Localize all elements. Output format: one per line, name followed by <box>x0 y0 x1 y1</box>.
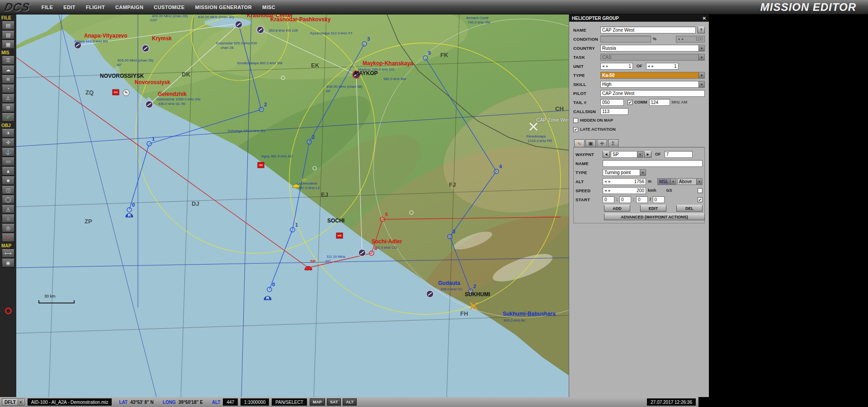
spinner-arrows-icon[interactable] <box>604 179 611 184</box>
sam-site-marker[interactable]: R <box>126 213 133 218</box>
tab-summary[interactable]: Σ <box>608 139 618 147</box>
add-waypoint-button[interactable]: ADD <box>604 205 630 212</box>
chevron-down-icon[interactable] <box>698 45 704 51</box>
speed-lock-checkbox[interactable] <box>698 188 703 193</box>
chevron-down-icon[interactable] <box>18 399 24 405</box>
static-object-icon[interactable]: ■ <box>2 176 14 185</box>
map-viewport[interactable]: RR✎ 30 km ZQDKEKFKDJZPEJFJFHCHNOVOROSSIY… <box>16 14 569 397</box>
speed-spinner[interactable]: 200 <box>603 187 646 194</box>
time-icon[interactable]: ◔ <box>2 85 14 93</box>
start-hours-input[interactable]: 0 <box>603 196 614 203</box>
airport-marker[interactable] <box>142 45 149 52</box>
ship-icon[interactable]: ⚓ <box>2 148 14 156</box>
start-time-checkbox[interactable] <box>698 197 703 202</box>
waypoint-marker[interactable] <box>259 107 264 112</box>
template-icon[interactable]: ◬ <box>2 205 14 213</box>
next-waypoint-button[interactable] <box>644 151 651 158</box>
summary-icon[interactable]: ⊞ <box>2 104 14 112</box>
start-seconds-input[interactable]: 0 <box>636 196 648 203</box>
unit-count-spinner[interactable]: 1 <box>600 63 633 70</box>
waypoint-marker[interactable] <box>380 217 385 222</box>
waypoint-marker[interactable] <box>468 289 473 293</box>
airport-marker[interactable] <box>146 101 153 108</box>
waypoint-type-select[interactable]: Turning point <box>603 169 646 176</box>
helicopter-icon[interactable]: ✣ <box>2 138 14 147</box>
group-name-input[interactable]: CAP Zone West <box>600 27 696 33</box>
map-center-icon[interactable]: ◉ <box>2 259 14 267</box>
spinner-arrows-icon[interactable] <box>604 188 611 193</box>
ground-unit-marker[interactable] <box>336 233 343 238</box>
advanced-waypoint-actions-button[interactable]: ADVANCED (WAYPOINT ACTIONS) <box>604 213 705 220</box>
panel-titlebar[interactable]: HELICOPTER GROUP ✕ <box>569 14 709 22</box>
chevron-down-icon[interactable] <box>698 81 704 87</box>
fog-icon[interactable]: ≋ <box>2 75 14 84</box>
erase-icon[interactable]: ✕ <box>2 233 14 242</box>
menu-campaign[interactable]: CAMPAIGN <box>115 5 143 10</box>
farp-icon[interactable]: ⌂ <box>2 214 14 223</box>
bullseye-icon[interactable]: ◎ <box>2 224 14 232</box>
tab-route[interactable]: ∿ <box>574 139 585 147</box>
zone-icon[interactable]: ◯ <box>2 195 14 204</box>
waypoint-marker[interactable] <box>362 42 367 46</box>
chevron-down-icon[interactable] <box>698 72 704 78</box>
open-mission-icon[interactable]: ▨ <box>2 31 14 39</box>
airport-marker[interactable] <box>426 290 434 298</box>
theme-select[interactable]: DFLT <box>2 398 25 406</box>
waypoint-marker[interactable] <box>267 287 272 292</box>
airport-marker[interactable] <box>74 42 81 49</box>
group-icon[interactable]: ◫ <box>2 186 14 194</box>
vehicle-icon[interactable]: ▭ <box>2 157 14 166</box>
airport-marker[interactable] <box>257 26 264 33</box>
chevron-down-icon[interactable] <box>696 179 702 185</box>
weather-icon[interactable]: ☁ <box>2 66 14 74</box>
save-mission-icon[interactable]: ▦ <box>2 40 14 49</box>
waypoint-marker[interactable] <box>494 169 499 174</box>
chevron-down-icon[interactable] <box>640 170 646 175</box>
edit-marker[interactable]: ✎ <box>123 90 129 96</box>
close-icon[interactable]: ✕ <box>703 16 706 21</box>
mission-options-icon[interactable]: ☰ <box>2 56 14 65</box>
help-button[interactable]: ? <box>698 27 705 33</box>
airplane-icon[interactable]: ✈ <box>2 129 14 137</box>
map-canvas[interactable]: RR✎ <box>16 14 569 397</box>
menu-flight[interactable]: FLIGHT <box>86 5 105 10</box>
map-layer-button[interactable]: MAP <box>310 398 325 406</box>
sat-layer-button[interactable]: SAT <box>327 398 341 406</box>
comm-checkbox[interactable] <box>627 100 632 105</box>
waypoint-select[interactable]: SP <box>611 151 643 158</box>
altitude-spinner[interactable]: 1756 <box>603 178 646 185</box>
menu-customize[interactable]: CUSTOMIZE <box>154 5 184 10</box>
waypoint-marker[interactable] <box>448 234 452 239</box>
start-minutes-input[interactable]: 0 <box>619 196 631 203</box>
chevron-down-icon[interactable] <box>670 179 676 185</box>
pilot-input[interactable]: CAP Zone West <box>600 90 705 97</box>
new-mission-icon[interactable]: ▤ <box>2 21 14 30</box>
start-day-input[interactable]: 0 <box>653 196 665 203</box>
waypoint-name-input[interactable] <box>603 160 703 167</box>
waypoint-marker[interactable] <box>147 142 151 146</box>
measure-icon[interactable]: ⟷ <box>2 249 14 258</box>
prev-waypoint-button[interactable] <box>603 151 610 158</box>
record-icon[interactable] <box>5 308 12 314</box>
unit-total-spinner[interactable]: 1 <box>646 63 679 70</box>
ground-unit-marker[interactable] <box>113 90 119 95</box>
alt-reference-select[interactable]: MSL <box>657 178 676 185</box>
callsign-input[interactable]: 113 <box>600 108 628 115</box>
waypoint-marker[interactable] <box>369 251 374 256</box>
waypoint-marker[interactable] <box>423 56 428 60</box>
menu-mission-generator[interactable]: MISSION GENERATOR <box>195 5 252 10</box>
menu-edit[interactable]: EDIT <box>63 5 75 10</box>
delete-waypoint-button[interactable]: DEL <box>676 205 703 212</box>
chevron-down-icon[interactable] <box>637 151 643 157</box>
tab-radio[interactable]: ✛ <box>597 139 607 147</box>
spinner-arrows-icon[interactable] <box>648 64 655 68</box>
country-select[interactable]: Russia <box>600 45 705 52</box>
waypoint-marker[interactable] <box>290 227 295 232</box>
air-defense-icon[interactable]: ▲ <box>2 167 14 175</box>
airport-marker[interactable] <box>353 71 360 78</box>
alt-relative-select[interactable]: Above <box>677 178 703 185</box>
failures-icon[interactable]: ⚠ <box>2 94 14 103</box>
waypoint-marker[interactable] <box>127 208 132 212</box>
menu-misc[interactable]: MISC <box>262 5 275 10</box>
aircraft-type-select[interactable]: Ka-50 <box>600 72 705 79</box>
